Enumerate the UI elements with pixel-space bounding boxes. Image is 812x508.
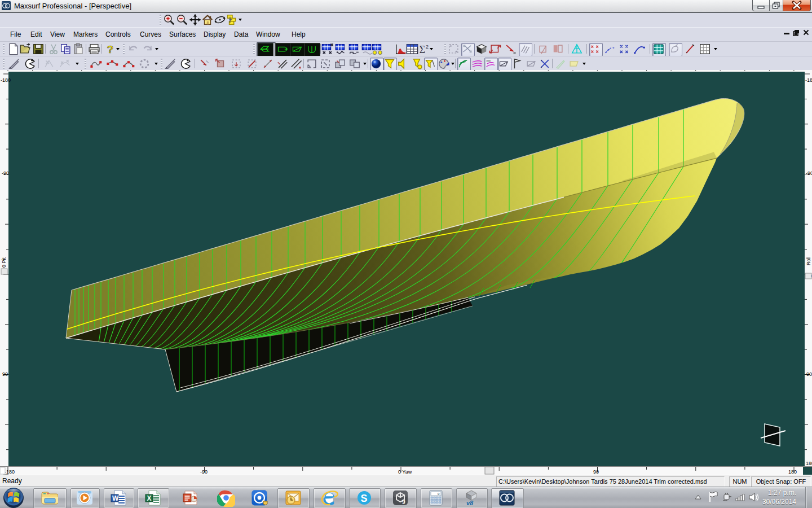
svg-text:-18: -18 (805, 77, 812, 83)
svg-text:9: 9 (402, 499, 405, 505)
svg-text:S: S (361, 493, 368, 504)
svg-text:0 Yaw: 0 Yaw (398, 469, 412, 475)
svg-text:X: X (147, 494, 152, 502)
svg-text:-180: -180 (5, 469, 15, 475)
svg-text:-180: -180 (1, 77, 11, 83)
svg-text:0 Pit: 0 Pit (1, 257, 7, 268)
svg-text:90: 90 (2, 371, 8, 377)
svg-text:W: W (112, 494, 119, 502)
svg-text:90: 90 (593, 469, 599, 475)
svg-text:2: 2 (426, 43, 429, 50)
svg-text:-90: -90 (200, 469, 208, 475)
svg-text:-90: -90 (806, 170, 812, 176)
svg-text:180: 180 (806, 461, 812, 466)
svg-text:v8: v8 (466, 500, 474, 506)
svg-text:180: 180 (788, 469, 797, 475)
svg-text:?: ? (107, 43, 114, 55)
svg-text:Σ: Σ (420, 44, 425, 55)
svg-text:-90: -90 (2, 170, 9, 176)
svg-text:Roll: Roll (806, 256, 811, 265)
svg-text:90: 90 (806, 371, 812, 377)
